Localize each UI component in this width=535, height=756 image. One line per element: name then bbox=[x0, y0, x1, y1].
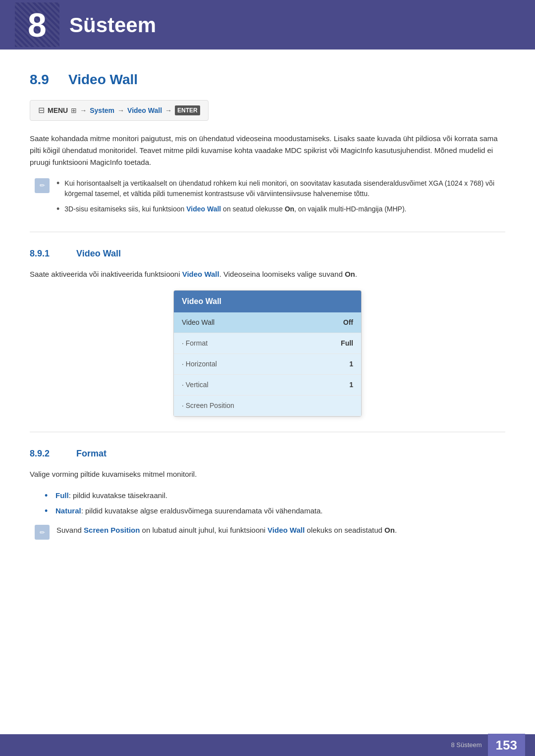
screen-position-note: ✏ Suvand Screen Position on lubatud ainu… bbox=[30, 525, 505, 540]
menu-row-format[interactable]: Format Full bbox=[174, 333, 361, 354]
note-icon-2: ✏ bbox=[35, 525, 50, 540]
menu-row-horizontal[interactable]: Horizontal 1 bbox=[174, 354, 361, 375]
vw-ref1: Video Wall bbox=[182, 270, 219, 278]
menu-row-screen-position[interactable]: Screen Position bbox=[174, 396, 361, 416]
on-ref2: On bbox=[384, 526, 395, 534]
page-footer: 8 Süsteem 153 bbox=[0, 734, 535, 756]
menu-popup-title: Video Wall bbox=[174, 291, 361, 312]
bullet-dot-1: • bbox=[56, 178, 59, 189]
menu-row-format-value: Full bbox=[341, 338, 353, 349]
menu-row-vw-value: Off bbox=[343, 317, 353, 328]
bullet-dot-2: • bbox=[56, 204, 59, 215]
bullet-natural: • Natural: pildid kuvatakse algse eraldu… bbox=[45, 505, 505, 517]
note-vw-ref: Video Wall bbox=[186, 205, 221, 213]
note-bullet-2: • 3D-sisu esitamiseks siis, kui funktsio… bbox=[56, 204, 505, 215]
menu-icon: ⊟ bbox=[38, 104, 45, 116]
subsection2-body: Valige vorming piltide kuvamiseks mitmel… bbox=[30, 468, 505, 480]
intro-text: Saate kohandada mitme monitori paigutust… bbox=[30, 133, 505, 168]
note-icon: ✏ bbox=[35, 178, 50, 193]
chapter-number: 8 bbox=[28, 8, 47, 42]
subsection1-body: Saate aktiveerida või inaktiveerida funk… bbox=[30, 268, 505, 280]
arrow3: → bbox=[165, 105, 172, 116]
bullet-dot-full: • bbox=[45, 490, 51, 502]
system-link: System bbox=[90, 105, 114, 116]
note-bullets: • Kui horisontaalselt ja vertikaalselt o… bbox=[56, 178, 505, 220]
note-bullet-1: • Kui horisontaalselt ja vertikaalselt o… bbox=[56, 178, 505, 199]
menu-row-vertical[interactable]: Vertical 1 bbox=[174, 375, 361, 396]
arrow2: → bbox=[117, 105, 124, 116]
page-header: 8 Süsteem bbox=[0, 0, 535, 50]
sp-ref: Screen Position bbox=[84, 526, 140, 534]
full-ref: Full bbox=[55, 491, 69, 500]
section-title: Video Wall bbox=[68, 69, 138, 90]
footer-text: 8 Süsteem bbox=[451, 740, 482, 750]
menu-row-sp-label: Screen Position bbox=[182, 401, 234, 411]
section-number: 8.9 bbox=[30, 69, 59, 90]
menu-row-video-wall[interactable]: Video Wall Off bbox=[174, 312, 361, 333]
note-box: ✏ • Kui horisontaalselt ja vertikaalselt… bbox=[30, 178, 505, 220]
note-on-ref: On bbox=[285, 205, 294, 213]
menu-row-vertical-value: 1 bbox=[349, 380, 353, 390]
subsection2-heading: 8.9.2 Format bbox=[30, 447, 505, 460]
subsection1-title: Video Wall bbox=[76, 247, 121, 260]
bullet-full: • Full: pildid kuvatakse täisekraanil. bbox=[45, 490, 505, 502]
on-ref1: On bbox=[345, 270, 355, 278]
divider2 bbox=[30, 432, 505, 432]
menu-row-horizontal-label: Horizontal bbox=[182, 359, 217, 369]
subsection2-number: 8.9.2 bbox=[30, 447, 69, 460]
vw-ref2: Video Wall bbox=[268, 526, 305, 534]
main-content: 8.9 Video Wall ⊟ MENU ⊞ → System → Video… bbox=[0, 50, 535, 567]
subsection1-heading: 8.9.1 Video Wall bbox=[30, 247, 505, 260]
menu-label: MENU bbox=[48, 105, 68, 116]
subsection1-number: 8.9.1 bbox=[30, 247, 69, 260]
bullet-dot-natural: • bbox=[45, 505, 51, 517]
menu-row-vw-label: Video Wall bbox=[182, 317, 214, 328]
menu-row-horizontal-value: 1 bbox=[349, 359, 353, 369]
screen-position-note-text: Suvand Screen Position on lubatud ainult… bbox=[56, 525, 397, 536]
divider1 bbox=[30, 232, 505, 232]
bullet-full-text: Full: pildid kuvatakse täisekraanil. bbox=[55, 490, 167, 502]
enter-icon: ENTER bbox=[175, 105, 200, 115]
natural-ref: Natural bbox=[55, 506, 81, 515]
section-heading: 8.9 Video Wall bbox=[30, 69, 505, 90]
subsection2-title: Format bbox=[76, 447, 107, 460]
note-bullet-1-text: Kui horisontaalselt ja vertikaalselt on … bbox=[64, 178, 505, 199]
arrow1: → bbox=[80, 105, 87, 116]
video-wall-link: Video Wall bbox=[127, 105, 162, 116]
note-bullet-2-text: 3D-sisu esitamiseks siis, kui funktsioon… bbox=[64, 204, 406, 214]
footer-page-number: 153 bbox=[488, 734, 525, 756]
chapter-number-box: 8 bbox=[15, 2, 59, 47]
grid-icon: ⊞ bbox=[71, 105, 77, 116]
menu-row-format-label: Format bbox=[182, 338, 208, 349]
menu-row-vertical-label: Vertical bbox=[182, 380, 209, 390]
bullet-list: • Full: pildid kuvatakse täisekraanil. •… bbox=[45, 490, 505, 517]
chapter-title: Süsteem bbox=[69, 9, 156, 41]
menu-path-bar: ⊟ MENU ⊞ → System → Video Wall → ENTER bbox=[30, 100, 209, 121]
bullet-natural-text: Natural: pildid kuvatakse algse eraldusv… bbox=[55, 505, 322, 517]
menu-popup: Video Wall Video Wall Off Format Full Ho… bbox=[173, 290, 362, 417]
